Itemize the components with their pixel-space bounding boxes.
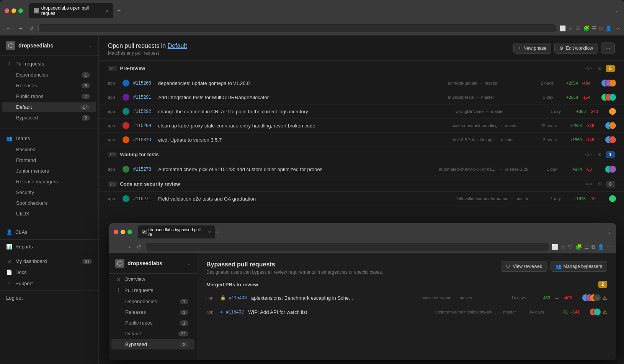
overlay-minimize-light[interactable]	[121, 230, 125, 234]
overlay-tab-1[interactable]: ✓ dropseedlabs bypassed pull re ✕	[138, 225, 215, 238]
split-icon[interactable]: ⧉	[599, 25, 603, 32]
sidebar-item-release-managers[interactable]: Release managers	[2, 176, 96, 187]
window-chevron-icon[interactable]: ⌄	[615, 8, 619, 14]
overlay-maximize-light[interactable]	[127, 230, 132, 234]
sidebar-item-public-repos[interactable]: Public repos 2	[2, 91, 96, 101]
sidebar-item-security[interactable]: Security	[2, 187, 96, 198]
overlay-sidebar-item-public-repos[interactable]: Public repos 1	[111, 318, 194, 328]
overlay-sidebar-item-releases[interactable]: Releases 1	[111, 307, 194, 317]
bookmark-icon[interactable]: ⬜	[559, 25, 566, 31]
overlay-list-icon[interactable]: ☰	[584, 244, 589, 250]
pr-row[interactable]: app #115291 Add integration tests for Mu…	[99, 90, 624, 104]
edit-workflow-button[interactable]: ⚙ Edit workflow	[554, 43, 598, 54]
phase-name-p1: Pre-review	[120, 65, 580, 71]
pr-branch: etcd-3.5.7-build-image → master	[452, 137, 528, 142]
tab-1-label: dropseedlabs open pull reques	[41, 5, 103, 16]
overlay-window-chevron-icon[interactable]: ⌄	[607, 229, 612, 235]
close-traffic-light[interactable]	[5, 8, 9, 13]
pr-row[interactable]: app #115278 Automated cherry pick of #11…	[99, 162, 624, 176]
overlay-back-button[interactable]: ←	[114, 243, 122, 251]
overlay-sidebar-item-default[interactable]: Default 22	[111, 328, 194, 339]
overlay-puzzle-icon[interactable]: 🧩	[575, 244, 582, 250]
pr-branch: automated-cherry-pick-of-#11... → releas…	[439, 167, 528, 171]
more-icon[interactable]: ⋯	[614, 25, 619, 31]
pr-row[interactable]: app #115266 dependencies: update gomega …	[99, 76, 624, 90]
sidebar-item-reports[interactable]: 📊 Reports	[0, 241, 98, 252]
overlay-star-icon[interactable]: ☆	[560, 244, 565, 250]
tab-1[interactable]: ✓ dropseedlabs open pull reques ✕	[29, 3, 113, 18]
pr-app: app	[108, 81, 119, 85]
reload-button[interactable]: ↺	[28, 24, 35, 32]
overlay-tab-1-close[interactable]: ✕	[208, 230, 211, 234]
overlay-pr-branch: hasschema-pool → master	[421, 295, 498, 300]
sidebar-item-log-out[interactable]: Log out	[0, 292, 98, 304]
sidebar-item-clas[interactable]: 👤 CLAs	[0, 227, 98, 238]
puzzle-icon[interactable]: 🧩	[583, 25, 590, 31]
phase-settings-btn-p3[interactable]: ⚙	[596, 180, 604, 188]
sidebar-item-pull-requests[interactable]: ⤴ Pull requests	[0, 58, 98, 69]
phase-code-btn-p1[interactable]: </>	[584, 65, 594, 72]
page-title-prefix: Open pull requests in	[108, 42, 168, 49]
sidebar-item-teams[interactable]: 👥 Teams	[0, 133, 98, 144]
page-title-link[interactable]: Default	[168, 42, 187, 49]
maximize-traffic-light[interactable]	[18, 8, 23, 13]
avatar	[609, 165, 616, 173]
sidebar-item-junior-mentors[interactable]: Junior mentors	[2, 166, 96, 176]
new-phase-button[interactable]: + New phase	[513, 43, 551, 54]
manage-bypassers-button[interactable]: 👥 Manage bypassers	[550, 261, 607, 272]
sidebar-item-releases[interactable]: Releases 5	[2, 80, 96, 91]
overlay-sidebar-item-dependencies[interactable]: Dependencies 1	[111, 296, 194, 307]
overlay-pr-diff-add: +483	[529, 295, 550, 300]
profile-icon[interactable]: 👤	[605, 25, 612, 31]
sidebar-item-my-dashboard[interactable]: ⊙ My dashboard 21	[0, 256, 98, 267]
overlay-sidebar-item-overview[interactable]: ⊙ Overview	[109, 274, 197, 285]
phase-code-btn-p3[interactable]: </>	[584, 180, 594, 188]
overlay-split-icon[interactable]: ⧉	[591, 244, 595, 250]
more-options-button[interactable]: ⋯	[601, 42, 615, 54]
overlay-sidebar-item-bypassed[interactable]: Bypassed 2	[111, 339, 194, 349]
overlay-close-light[interactable]	[114, 230, 118, 234]
sidebar-item-frontend[interactable]: Frontend	[2, 155, 96, 165]
sidebar-item-backend[interactable]: Backend	[2, 144, 96, 155]
pr-row[interactable]: app #115271 Field validation e2e tests a…	[99, 192, 624, 206]
sidebar-item-spot-checkers[interactable]: Spot checkers	[2, 198, 96, 208]
new-tab-button[interactable]: +	[115, 7, 123, 14]
overlay-reload-button[interactable]: ↺	[135, 243, 143, 251]
phase-code-btn-p2[interactable]: </>	[584, 151, 594, 158]
minimize-traffic-light[interactable]	[11, 8, 16, 13]
overlay-new-tab-button[interactable]: +	[216, 229, 219, 235]
overlay-shield-icon[interactable]: 🛡	[568, 244, 573, 250]
shield-icon[interactable]: 🛡	[575, 25, 581, 31]
sidebar-label-default: Default	[16, 104, 77, 110]
address-bar[interactable]	[38, 24, 556, 33]
overlay-more-icon[interactable]: ⋯	[606, 244, 612, 250]
sidebar-org-header[interactable]: dropseedlabs ⌄	[0, 36, 98, 56]
overlay-pr-row-2[interactable]: app ● #115402 WIP: Add API for watch lis…	[206, 305, 607, 319]
overlay-address-bar[interactable]	[145, 243, 549, 251]
phase-settings-btn-p2[interactable]: ⚙	[596, 151, 604, 158]
pr-row[interactable]: app #115292 change the comment in CRI AP…	[99, 104, 624, 119]
phase-settings-btn-p1[interactable]: ⚙	[596, 65, 604, 72]
sidebar-item-default[interactable]: Default 17	[2, 102, 96, 112]
sidebar-item-support[interactable]: ? Support	[0, 278, 98, 289]
view-reviewed-button[interactable]: 🛡 View reviewed	[501, 261, 547, 272]
overlay-sidebar-label-overview: Overview	[124, 276, 191, 282]
forward-button[interactable]: →	[16, 24, 25, 32]
overlay-bookmark-icon[interactable]: ⬜	[552, 244, 558, 250]
star-icon[interactable]: ☆	[568, 25, 573, 31]
sidebar-item-dependencies[interactable]: Dependencies 1	[2, 70, 96, 80]
overlay-sidebar-org-header[interactable]: dropseedlabs ⌄	[109, 253, 197, 274]
pr-row[interactable]: app #115299 clean up kube-proxy stale-co…	[99, 119, 624, 133]
list-icon[interactable]: ☰	[592, 25, 597, 31]
sidebar-item-uiux[interactable]: UI/UX	[2, 209, 96, 219]
sidebar-item-bypassed[interactable]: Bypassed 2	[2, 113, 96, 123]
tab-1-close[interactable]: ✕	[106, 9, 109, 13]
sidebar-item-docs[interactable]: 📄 Docs	[0, 267, 98, 278]
overlay-sidebar-item-pull-requests[interactable]: ⤴ Pull requests	[109, 285, 197, 296]
pr-row[interactable]: app #115310 etcd: Update to version 3.5.…	[99, 133, 624, 147]
overlay-forward-button[interactable]: →	[124, 243, 133, 251]
sidebar-label-support: Support	[15, 281, 92, 286]
overlay-profile-icon[interactable]: 👤	[598, 244, 604, 250]
overlay-pr-row-1[interactable]: app 🔒 #115403 apiextensions: Benchmark e…	[206, 291, 607, 305]
back-button[interactable]: ←	[5, 24, 13, 32]
